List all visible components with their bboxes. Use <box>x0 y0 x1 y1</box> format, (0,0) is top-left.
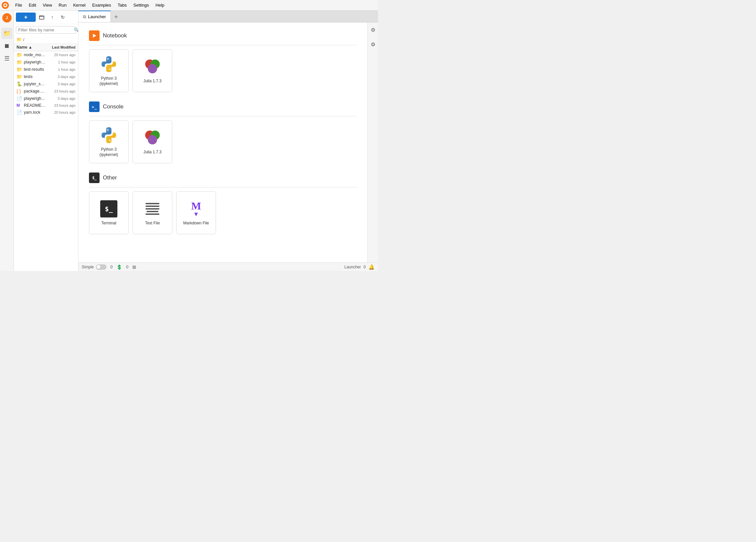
notebook-divider <box>89 45 357 45</box>
right-settings-button-2[interactable]: ⚙ <box>368 40 378 49</box>
simple-toggle-track[interactable] <box>96 265 106 270</box>
app-logo <box>1 1 9 9</box>
markdown-icon: M <box>17 103 22 108</box>
file-time: 3 days ago <box>46 82 75 86</box>
card-label: Markdown File <box>183 221 209 226</box>
settings-button[interactable]: ⚙ <box>368 25 378 34</box>
col-modified-header: Last Modified <box>46 45 75 49</box>
notebook-julia-card[interactable]: Julia 1.7.3 <box>133 49 172 92</box>
list-item[interactable]: 📁 node_mod... 20 hours ago <box>14 51 78 59</box>
file-time: 3 days ago <box>46 75 75 79</box>
folder-icon: 📁 <box>17 67 22 72</box>
notebook-cards: Python 3 (ipykernel) Julia <box>89 49 357 92</box>
refresh-button[interactable]: ↻ <box>58 13 67 22</box>
menu-file[interactable]: File <box>12 1 25 9</box>
console-julia-card[interactable]: Julia 1.7.3 <box>133 120 172 163</box>
search-input[interactable] <box>18 27 74 32</box>
file-time: 1 hour ago <box>46 60 75 64</box>
status-launcher-label: Launcher <box>344 265 361 270</box>
status-left-count: 0 <box>110 265 113 270</box>
julia-console-icon <box>143 129 162 147</box>
terminal-icon: $_ <box>100 200 118 218</box>
new-file-button[interactable]: + <box>16 13 36 22</box>
col-name-header[interactable]: Name ▲ <box>17 45 46 50</box>
status-launcher-count: 0 <box>363 265 366 270</box>
python-notebook-icon <box>100 55 118 73</box>
notebook-section: Notebook <box>89 30 357 92</box>
file-list-header: Name ▲ Last Modified <box>14 44 78 51</box>
upload-button[interactable]: ↑ <box>48 13 57 22</box>
sidebar-icon-stop[interactable]: ⏹ <box>1 40 13 52</box>
new-folder-button[interactable] <box>37 13 46 22</box>
menu-edit[interactable]: Edit <box>25 1 39 9</box>
other-section: $_ Other $_ Terminal <box>89 173 357 234</box>
status-grid-icon: ⊞ <box>132 265 136 270</box>
file-name: tests <box>24 74 46 79</box>
menu-help[interactable]: Help <box>152 1 168 9</box>
list-item[interactable]: { } package.json 23 hours ago <box>14 88 78 95</box>
list-item[interactable]: 📁 playwright-... 1 hour ago <box>14 59 78 66</box>
file-name: package.json <box>24 89 46 94</box>
menu-kernel[interactable]: Kernel <box>70 1 89 9</box>
simple-mode-label: Simple <box>82 265 94 270</box>
console-section: >_ Console <box>89 102 357 163</box>
menu-run[interactable]: Run <box>55 1 70 9</box>
svg-point-16 <box>109 140 110 141</box>
simple-mode-toggle: Simple <box>82 265 106 270</box>
list-item[interactable]: M README.... 23 hours ago <box>14 102 78 109</box>
notification-bell-icon[interactable]: 🔔 <box>368 264 375 270</box>
tab-bar: ⧉ Launcher ＋ <box>78 11 378 22</box>
status-bar-right: Launcher 0 🔔 <box>344 264 375 270</box>
textfile-card[interactable]: Text File <box>133 191 172 234</box>
file-name: yarn.lock <box>24 110 46 115</box>
folder-icon: 📁 <box>17 37 22 42</box>
menu-view[interactable]: View <box>39 1 55 9</box>
console-cards: Python 3 (ipykernel) Julia <box>89 120 357 163</box>
search-box[interactable]: 🔍 <box>16 26 76 34</box>
sidebar-icon-circle[interactable]: J <box>2 13 12 22</box>
markdown-icon-inner: M ▼ <box>188 200 205 218</box>
notebook-section-icon <box>89 30 100 41</box>
breadcrumb-path: / <box>23 37 24 42</box>
menu-examples[interactable]: Examples <box>89 1 114 9</box>
file-time: 20 hours ago <box>46 53 75 57</box>
markdown-card[interactable]: M ▼ Markdown File <box>176 191 216 234</box>
list-item[interactable]: 📄 yarn.lock 20 hours ago <box>14 109 78 116</box>
python-icon: 🐍 <box>17 81 22 87</box>
notebook-python-card[interactable]: Python 3 (ipykernel) <box>89 49 129 92</box>
terminal-status-icon: 💲 <box>116 265 122 270</box>
main-area: ⧉ Launcher ＋ Notebook <box>78 11 378 271</box>
textfile-icon-inner <box>144 200 161 218</box>
sidebar-icon-list[interactable]: ☰ <box>1 53 13 64</box>
list-item[interactable]: 📁 tests 3 days ago <box>14 73 78 80</box>
svg-point-9 <box>109 69 110 70</box>
terminal-card[interactable]: $_ Terminal <box>89 191 129 234</box>
menu-settings[interactable]: Settings <box>130 1 152 9</box>
menu-tabs[interactable]: Tabs <box>114 1 130 9</box>
console-python-card[interactable]: Python 3 (ipykernel) <box>89 120 129 163</box>
console-section-icon: >_ <box>89 102 100 112</box>
right-sidebar: ⚙ ⚙ <box>367 22 378 263</box>
icon-sidebar: J 📁 ⏹ ☰ <box>0 11 14 271</box>
notebook-section-title: Notebook <box>103 32 127 39</box>
list-item[interactable]: 📄 playwright.... 3 days ago <box>14 95 78 102</box>
file-time: 23 hours ago <box>46 89 75 93</box>
file-name: playwright.... <box>24 96 46 101</box>
folder-icon: 📁 <box>17 74 22 79</box>
list-item[interactable]: 📁 test-results 1 hour ago <box>14 66 78 73</box>
tab-add-button[interactable]: ＋ <box>111 11 121 22</box>
python-console-icon <box>100 126 118 145</box>
search-icon: 🔍 <box>74 27 78 32</box>
folder-icon: 📁 <box>17 52 22 58</box>
main-center: Notebook <box>78 22 378 263</box>
file-time: 23 hours ago <box>46 104 75 107</box>
file-time: 20 hours ago <box>46 110 75 114</box>
app-body: J 📁 ⏹ ☰ + ↑ ↻ 🔍 📁 / Name ▲ La <box>0 11 378 271</box>
console-divider <box>89 116 357 116</box>
file-name: jupyter_se... <box>24 82 46 86</box>
tab-launcher[interactable]: ⧉ Launcher <box>78 11 111 22</box>
list-item[interactable]: 🐍 jupyter_se... 3 days ago <box>14 80 78 88</box>
sidebar-icon-files[interactable]: 📁 <box>1 28 13 39</box>
svg-point-12 <box>148 64 157 73</box>
breadcrumb: 📁 / <box>14 36 78 44</box>
